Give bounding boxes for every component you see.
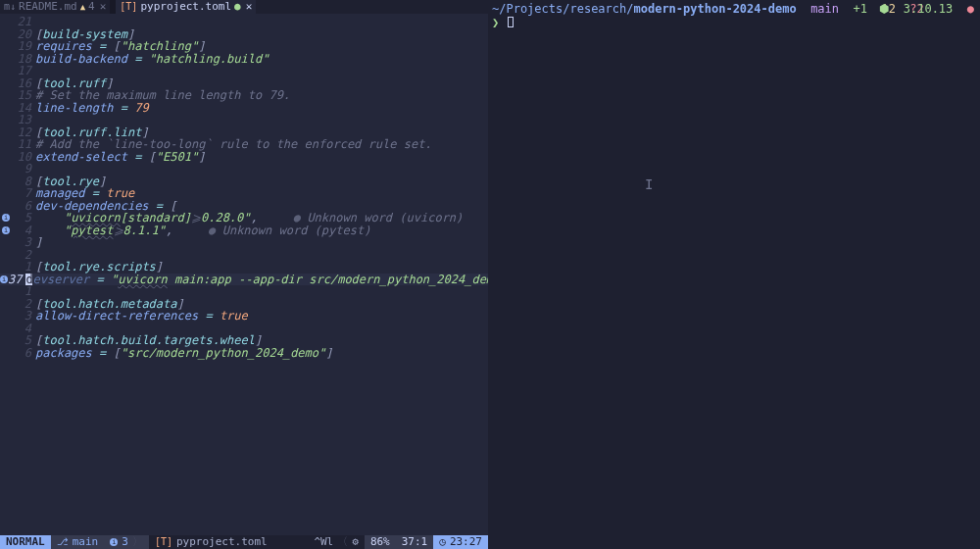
line-number: 3: [12, 236, 35, 249]
code-text: ]: [35, 236, 488, 249]
clock-icon: ◷: [439, 535, 446, 549]
code-text: line-length = 79: [35, 102, 488, 115]
diagnostics-segment: i 3 〉: [104, 535, 149, 549]
text-cursor-icon: I: [645, 176, 646, 188]
code-text: extend-select = ["E501"]: [35, 151, 488, 164]
terminal-input-line[interactable]: ❯: [492, 16, 976, 29]
tab-pyproject[interactable]: [T] pyproject.toml ● ✕: [116, 0, 256, 14]
code-line[interactable]: 18build-backend = "hatchling.build": [0, 53, 488, 66]
terminal-cursor: [508, 17, 514, 27]
position-segment: 37:1: [396, 535, 434, 549]
line-number: 19: [12, 40, 35, 53]
line-number: 9: [12, 163, 35, 175]
modified-icon: ●: [234, 0, 241, 14]
line-number: 21: [12, 16, 35, 28]
code-text: "pytest⩾8.1.1", ● Unknown word (pytest): [35, 225, 488, 237]
line-number: 4: [12, 323, 35, 335]
line-number: 17: [12, 65, 35, 77]
code-editor[interactable]: 2120[build-system]19requires = ["hatchli…: [0, 14, 488, 535]
line-number: 6: [12, 200, 35, 213]
info-icon: i: [2, 214, 10, 222]
percent-segment: 86%: [365, 535, 396, 549]
tab-label: README.md: [19, 0, 77, 14]
code-line[interactable]: 3]: [0, 236, 488, 249]
info-icon: i: [0, 275, 8, 283]
close-icon[interactable]: ✕: [246, 0, 253, 14]
toml-icon: [T]: [155, 535, 172, 549]
line-number: 6: [12, 347, 35, 360]
line-number: 2: [12, 298, 35, 311]
line-number: 1: [12, 261, 35, 274]
encoding-segment: ^Wl 〈 ⚙: [308, 535, 365, 549]
line-number: 2: [12, 249, 35, 262]
tab-bar: m↓ README.md ▲ 4 ✕ [T] pyproject.toml ● …: [0, 0, 488, 14]
line-number: 15: [12, 89, 35, 102]
line-number: 7: [12, 187, 35, 200]
line-number: 1: [12, 285, 35, 298]
markdown-icon: m↓: [4, 0, 16, 14]
status-line: NORMAL ⎇ main i 3 〉 [T] pyproject.toml ^…: [0, 535, 488, 549]
code-text: packages = ["src/modern_python_2024_demo…: [35, 347, 488, 360]
line-number: 8: [12, 175, 35, 188]
branch-segment: ⎇ main: [51, 535, 105, 549]
python-icon: ⬢: [879, 2, 889, 16]
terminal-pane[interactable]: ~/Projects/research/modern-python-2024-d…: [488, 0, 980, 549]
warning-icon: ▲: [80, 0, 85, 14]
code-line[interactable]: i4 "pytest⩾8.1.1", ● Unknown word (pytes…: [0, 225, 488, 237]
toml-icon: [T]: [120, 0, 137, 14]
code-line[interactable]: 10extend-select = ["E501"]: [0, 151, 488, 164]
tab-readme[interactable]: m↓ README.md ▲ 4 ✕: [0, 0, 110, 14]
line-number: 5: [12, 212, 35, 225]
code-line[interactable]: 6packages = ["src/modern_python_2024_dem…: [0, 347, 488, 360]
code-text: allow-direct-references = true: [35, 310, 488, 323]
git-branch-icon: ⎇: [57, 535, 69, 549]
line-number: 37: [8, 274, 25, 286]
line-number: 5: [12, 334, 35, 347]
tab-label: pyproject.toml: [140, 0, 231, 14]
code-line[interactable]: 3allow-direct-references = true: [0, 310, 488, 323]
tab-warn-count: 4: [88, 0, 95, 14]
code-line[interactable]: 14line-length = 79: [0, 102, 488, 115]
code-text: build-backend = "hatchling.build": [35, 53, 488, 66]
terminal-right-status: ⬢ 3.10.13 ●: [879, 2, 974, 16]
line-number: 4: [12, 225, 35, 237]
close-icon[interactable]: ✕: [100, 0, 107, 14]
mode-segment: NORMAL: [0, 535, 51, 549]
line-number: 10: [12, 151, 35, 164]
line-number: 3: [12, 310, 35, 323]
info-icon: i: [2, 226, 10, 234]
editor-pane: m↓ README.md ▲ 4 ✕ [T] pyproject.toml ● …: [0, 0, 488, 549]
file-segment: [T] pyproject.toml: [149, 535, 273, 549]
info-icon: i: [110, 538, 118, 546]
clock-segment: ◷ 23:27: [433, 535, 488, 549]
line-number: 11: [12, 138, 35, 151]
code-line[interactable]: i37devserver = "uvicorn main:app --app-d…: [0, 274, 488, 286]
line-number: 13: [12, 114, 35, 126]
lsp-icon: ⚙: [352, 535, 359, 549]
